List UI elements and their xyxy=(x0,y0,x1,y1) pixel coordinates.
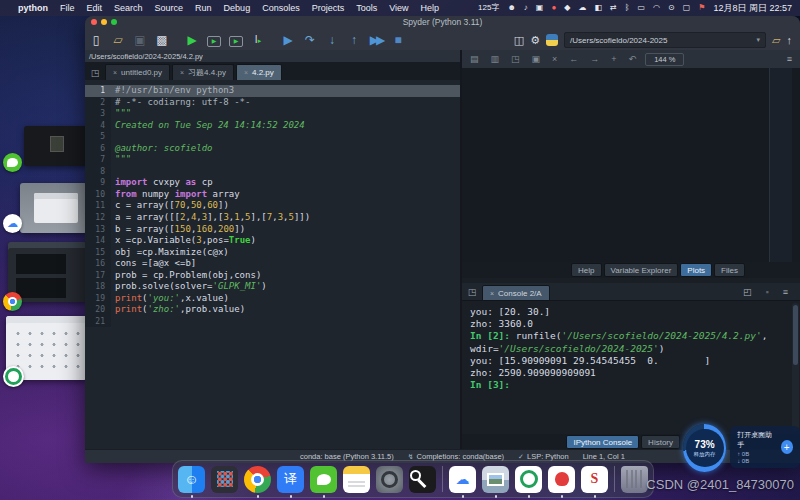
continue-icon[interactable]: ▶▶ xyxy=(365,34,387,46)
zoom-in-icon[interactable]: + xyxy=(611,54,616,64)
plots-options-menu-icon[interactable]: ≡ xyxy=(787,54,792,64)
bluetooth-icon[interactable]: ᛒ xyxy=(625,4,630,12)
menubar-item-help[interactable]: Help xyxy=(421,3,440,13)
display-split-icon[interactable]: ◧ xyxy=(594,4,602,12)
stop-debug-icon[interactable]: ■ xyxy=(387,34,409,46)
console-extra-icon[interactable]: ▪ xyxy=(766,287,769,297)
run-file-icon[interactable]: ▶ xyxy=(181,34,203,46)
menubar-item-debug[interactable]: Debug xyxy=(224,3,251,13)
dock-item-settings[interactable] xyxy=(376,466,403,493)
dock-item-translate[interactable]: 译 xyxy=(277,466,304,493)
menubar-item-consoles[interactable]: Consoles xyxy=(262,3,300,13)
menubar-item-search[interactable]: Search xyxy=(114,3,143,13)
editor-tab-习题4.4.py[interactable]: ×习题4.4.py xyxy=(172,64,234,80)
menubar-clock[interactable]: 12月8日 周日 22:57 xyxy=(713,2,792,15)
copy-plot-icon[interactable]: ◳ xyxy=(511,54,520,64)
menubar-item-view[interactable]: View xyxy=(389,3,408,13)
step-over-icon[interactable]: ↷ xyxy=(299,34,321,46)
mic-icon[interactable]: ♪ xyxy=(524,4,528,12)
dock-item-finder[interactable]: ☺ xyxy=(178,466,205,493)
memory-clean-button[interactable]: 73% 释放内存 xyxy=(683,424,726,472)
console-pane-tab-ipython-console[interactable]: IPython Console xyxy=(566,435,639,449)
previous-plot-icon[interactable]: ← xyxy=(569,54,578,64)
code-editor[interactable]: 1#!/usr/bin/env python32# -*- codiarng: … xyxy=(85,80,460,450)
paste-plot-icon[interactable]: ▣ xyxy=(532,54,541,64)
search-icon[interactable]: ⊙ xyxy=(668,4,675,12)
menubar-item-edit[interactable]: Edit xyxy=(87,3,103,13)
record-icon[interactable]: ● xyxy=(551,4,556,12)
console-options-menu-icon[interactable]: ≡ xyxy=(783,287,788,297)
dock-item-red-app[interactable] xyxy=(548,466,575,493)
cloud-icon[interactable]: ☁ xyxy=(578,4,586,12)
dock-item-cloud-drive[interactable]: ☁ xyxy=(449,466,476,493)
window-titlebar[interactable]: Spyder (Python 3.11) xyxy=(85,16,800,28)
parent-directory-icon[interactable]: ↑ xyxy=(787,34,793,46)
run-cell-advance-icon[interactable]: ▶ xyxy=(225,33,247,47)
browse-tabs-icon[interactable]: ◳ xyxy=(87,66,103,80)
remove-plot-icon[interactable]: × xyxy=(552,54,557,64)
next-plot-icon[interactable]: → xyxy=(590,54,599,64)
input-flag-icon[interactable]: ⚑ xyxy=(698,4,705,12)
menubar-item-run[interactable]: Run xyxy=(195,3,212,13)
layout-panes-icon[interactable]: ◫ xyxy=(514,34,524,47)
dock-item-chrome[interactable] xyxy=(244,466,271,493)
browse-directory-icon[interactable]: ▱ xyxy=(772,34,780,47)
step-into-icon[interactable]: ↓ xyxy=(321,34,343,46)
preferences-wrench-icon[interactable]: ⚙ xyxy=(530,34,540,47)
run-selection-icon[interactable]: I▸ xyxy=(247,35,269,45)
menubar-item-tools[interactable]: Tools xyxy=(356,3,377,13)
emoji-icon[interactable]: ☻ xyxy=(507,4,515,12)
plots-thumbnail-strip[interactable] xyxy=(769,68,792,262)
close-tab-icon[interactable]: × xyxy=(113,69,117,76)
undo-icon[interactable]: ↶ xyxy=(629,54,637,64)
capture-icon[interactable]: ▣ xyxy=(536,4,544,12)
window-thumbnail-dialog[interactable] xyxy=(20,183,87,233)
editor-tab-untitled0.py[interactable]: ×untitled0.py xyxy=(105,64,170,80)
console-scrollbar[interactable] xyxy=(792,303,799,431)
dock-item-wechat[interactable] xyxy=(310,466,337,493)
browse-console-tabs-icon[interactable]: ◳ xyxy=(464,285,480,299)
dock-item-notes[interactable] xyxy=(343,466,370,493)
working-directory-select[interactable]: /Users/scofieldo/2024-2025 ▾ xyxy=(564,32,766,48)
assistant-panel[interactable]: 打开桌面助手 ↑ 0B ↓ 0B + xyxy=(730,426,800,468)
run-cell-icon[interactable]: ▶ xyxy=(203,33,225,47)
pane-tab-plots[interactable]: Plots xyxy=(680,263,712,277)
console-pane-tab-history[interactable]: History xyxy=(641,435,680,449)
step-out-icon[interactable]: ↑ xyxy=(343,34,365,46)
pane-tab-help[interactable]: Help xyxy=(571,263,601,277)
save-all-plots-icon[interactable]: ▥ xyxy=(491,54,500,64)
shapes-icon[interactable]: ◆ xyxy=(564,4,570,12)
console-output[interactable]: you: [20. 30.]zho: 3360.0In [2]: runfile… xyxy=(462,300,800,434)
save-file-icon[interactable]: ▣ xyxy=(129,34,151,46)
window-thumbnail-browser[interactable] xyxy=(8,242,87,302)
save-all-icon[interactable]: ▩ xyxy=(151,34,173,46)
battery-icon[interactable]: ▭ xyxy=(637,4,645,12)
dock-item-trash[interactable] xyxy=(621,466,648,493)
debug-file-icon[interactable]: ▶ xyxy=(277,34,299,46)
editor-tab-4.2.py[interactable]: ×4.2.py xyxy=(236,64,282,80)
switch-icon[interactable]: ⇄ xyxy=(610,4,617,12)
open-file-icon[interactable]: ▱ xyxy=(107,34,129,46)
console-inspect-icon[interactable]: ◰ xyxy=(743,287,752,297)
close-tab-icon[interactable]: × xyxy=(180,69,184,76)
active-app-name[interactable]: python xyxy=(18,3,48,13)
save-plot-icon[interactable]: ▤ xyxy=(470,54,479,64)
window-thumbnail-wechat[interactable] xyxy=(24,126,87,166)
pane-tab-files[interactable]: Files xyxy=(714,263,745,277)
dock-item-green-app[interactable] xyxy=(515,466,542,493)
console-tab[interactable]: × Console 2/A xyxy=(482,285,550,301)
wifi-icon[interactable]: ◠ xyxy=(653,4,660,12)
dock-item-preview[interactable] xyxy=(482,466,509,493)
close-tab-icon[interactable]: × xyxy=(244,69,248,76)
assistant-add-button[interactable]: + xyxy=(781,440,793,454)
menubar-item-projects[interactable]: Projects xyxy=(312,3,345,13)
new-file-icon[interactable]: ▯ xyxy=(85,34,107,46)
menubar-item-source[interactable]: Source xyxy=(155,3,184,13)
plots-zoom-level[interactable]: 144 % xyxy=(645,53,684,66)
dock-item-passwords[interactable] xyxy=(409,466,436,493)
screen-icon[interactable]: ▢ xyxy=(683,4,691,12)
pane-tab-variable-explorer[interactable]: Variable Explorer xyxy=(604,263,679,277)
python-env-icon[interactable] xyxy=(546,34,558,46)
menubar-item-file[interactable]: File xyxy=(60,3,75,13)
close-console-icon[interactable]: × xyxy=(490,290,494,297)
